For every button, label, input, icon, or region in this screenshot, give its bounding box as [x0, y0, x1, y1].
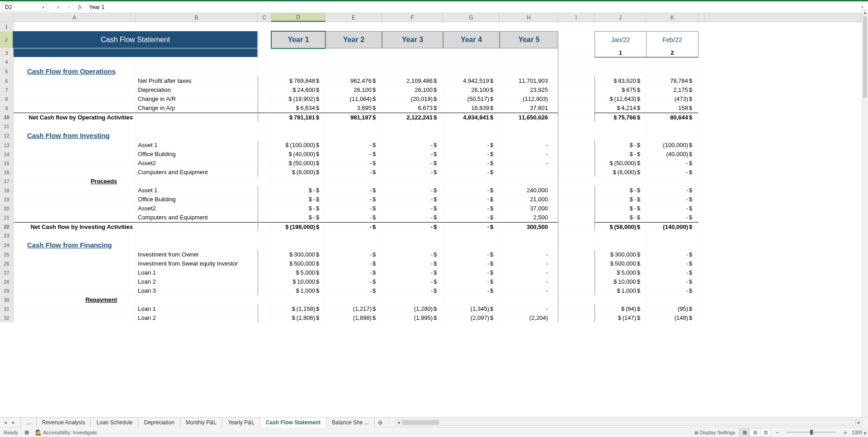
value-cell[interactable]: -$: [382, 268, 443, 277]
value-cell[interactable]: 78,784$: [646, 76, 698, 86]
value-cell[interactable]: -$: [382, 186, 443, 195]
value-cell[interactable]: (1,345)$: [443, 304, 500, 314]
value-cell[interactable]: -$: [326, 150, 382, 159]
cell[interactable]: [443, 295, 500, 304]
value-cell[interactable]: $10,000$: [271, 277, 326, 286]
value-cell[interactable]: -$: [443, 222, 500, 231]
cell[interactable]: [443, 122, 500, 131]
value-cell[interactable]: 2,500: [500, 213, 558, 222]
value-cell[interactable]: -$: [443, 168, 500, 177]
cell[interactable]: [326, 177, 382, 186]
value-cell[interactable]: -$: [646, 159, 698, 168]
value-cell[interactable]: 981,187$: [326, 113, 382, 122]
value-cell[interactable]: -$: [443, 268, 500, 277]
cell[interactable]: [646, 231, 698, 240]
hscroll-right-icon[interactable]: ►: [855, 419, 863, 426]
cell[interactable]: [594, 177, 646, 186]
value-cell[interactable]: $-$: [594, 204, 646, 213]
value-cell[interactable]: -$: [646, 250, 698, 259]
row-label[interactable]: [14, 268, 136, 277]
cell[interactable]: [326, 66, 382, 76]
value-cell[interactable]: -$: [443, 141, 500, 150]
cell[interactable]: [258, 177, 271, 186]
cancel-icon[interactable]: ✕: [54, 3, 62, 11]
row-header[interactable]: 29: [0, 286, 14, 295]
value-cell[interactable]: -$: [646, 286, 698, 295]
cell[interactable]: [258, 113, 271, 122]
cell[interactable]: [326, 22, 382, 31]
row-label[interactable]: Investment from Owner: [136, 250, 258, 259]
value-cell[interactable]: -$: [443, 150, 500, 159]
cell[interactable]: [558, 150, 594, 159]
value-cell[interactable]: (112,803): [500, 95, 558, 104]
cell[interactable]: [136, 131, 258, 141]
cell[interactable]: [136, 22, 258, 31]
value-cell[interactable]: -$: [326, 168, 382, 177]
value-cell[interactable]: 80,644$: [646, 113, 698, 122]
cell[interactable]: [258, 314, 271, 323]
value-cell[interactable]: $-$: [271, 204, 326, 213]
row-header[interactable]: 22: [0, 222, 14, 231]
cell[interactable]: [558, 66, 594, 76]
row-header[interactable]: 8: [0, 95, 14, 104]
value-cell[interactable]: -$: [326, 268, 382, 277]
value-cell[interactable]: -: [500, 159, 558, 168]
cell[interactable]: [258, 122, 271, 131]
value-cell[interactable]: -$: [382, 259, 443, 268]
row-label[interactable]: [14, 213, 136, 222]
value-cell[interactable]: -$: [382, 159, 443, 168]
col-header-A[interactable]: A: [14, 13, 136, 22]
value-cell[interactable]: -: [500, 259, 558, 268]
tab-nav-prev-icon[interactable]: ◄: [2, 419, 9, 426]
row-label[interactable]: [14, 259, 136, 268]
cell[interactable]: [443, 131, 500, 141]
cell[interactable]: [500, 231, 558, 240]
cell[interactable]: [326, 231, 382, 240]
col-header-H[interactable]: H: [500, 13, 558, 22]
row-label[interactable]: Computers and Equipment: [136, 168, 258, 177]
value-cell[interactable]: $5,000$: [594, 268, 646, 277]
cell[interactable]: [271, 240, 326, 250]
row-header[interactable]: 27: [0, 268, 14, 277]
value-cell[interactable]: $6,634$: [271, 104, 326, 113]
cell[interactable]: [558, 186, 594, 195]
value-cell[interactable]: -$: [646, 268, 698, 277]
formula-input[interactable]: Year 1: [85, 3, 858, 12]
row-label[interactable]: Office Building: [136, 150, 258, 159]
row-header[interactable]: 18: [0, 186, 14, 195]
row-label[interactable]: [14, 204, 136, 213]
row-label[interactable]: Depreciation: [136, 86, 258, 95]
cell[interactable]: [558, 240, 594, 250]
value-cell[interactable]: (100,000)$: [646, 141, 698, 150]
value-cell[interactable]: 4,934,941$: [443, 113, 500, 122]
cell[interactable]: [382, 231, 443, 240]
year-header[interactable]: Year 1: [271, 31, 326, 48]
accessibility-status[interactable]: 🕵 Accessibility: Investigate: [35, 429, 97, 436]
value-cell[interactable]: -$: [443, 204, 500, 213]
value-cell[interactable]: $781,181$: [271, 113, 326, 122]
cell[interactable]: [14, 122, 136, 131]
value-cell[interactable]: (473)$: [646, 95, 698, 104]
row-header[interactable]: 5: [0, 66, 14, 76]
expand-formula-icon[interactable]: ▾: [858, 5, 866, 10]
col-header-J[interactable]: J: [594, 13, 646, 22]
value-cell[interactable]: -$: [646, 204, 698, 213]
value-cell[interactable]: -$: [382, 141, 443, 150]
cell[interactable]: [500, 131, 558, 141]
value-cell[interactable]: -$: [443, 159, 500, 168]
month-header[interactable]: Jan/22: [594, 31, 646, 48]
cell[interactable]: [558, 286, 594, 295]
cell[interactable]: [646, 122, 698, 131]
cell[interactable]: [258, 204, 271, 213]
value-cell[interactable]: $-$: [271, 186, 326, 195]
value-cell[interactable]: $(40,000)$: [271, 150, 326, 159]
row-label[interactable]: Asset2: [136, 204, 258, 213]
row-header[interactable]: 23: [0, 231, 14, 240]
cell[interactable]: [500, 177, 558, 186]
cell[interactable]: [558, 195, 594, 204]
row-label[interactable]: [14, 76, 136, 86]
value-cell[interactable]: -: [500, 141, 558, 150]
cell[interactable]: [558, 22, 594, 31]
zoom-out-button[interactable]: −: [775, 429, 779, 436]
cell[interactable]: [382, 66, 443, 76]
